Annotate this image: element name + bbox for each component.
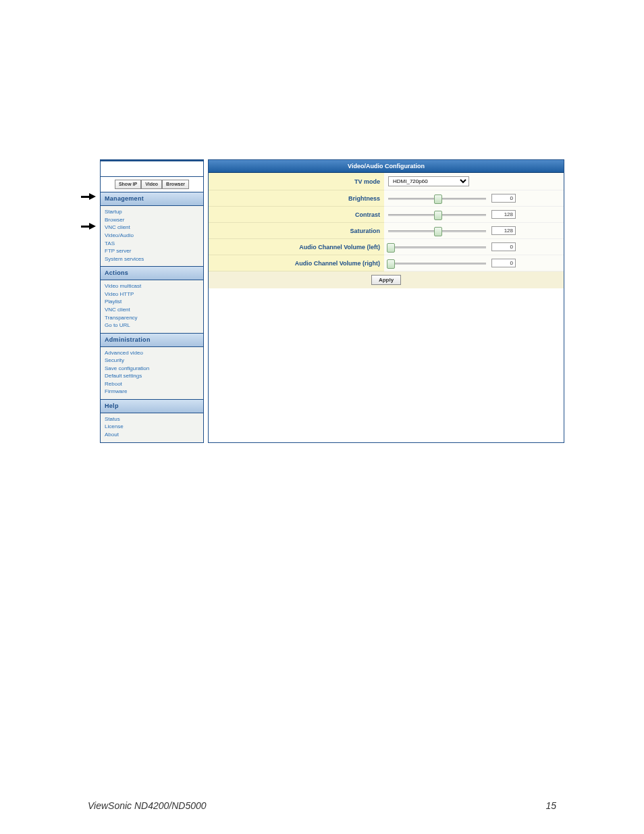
- nav-item-browser[interactable]: Browser: [105, 216, 199, 224]
- nav-item-vnc-client[interactable]: VNC client: [105, 224, 199, 232]
- nav-list-help: Status License About: [101, 413, 203, 442]
- slider-brightness[interactable]: [388, 194, 486, 203]
- nav-item-go-to-url[interactable]: Go to URL: [105, 321, 199, 330]
- config-table: TV mode HDMI_720p60 Brightness: [209, 173, 564, 288]
- section-header-management: Management: [101, 192, 203, 206]
- nav-item-firmware[interactable]: Firmware: [105, 388, 199, 396]
- nav-list-actions: Video multicast Video HTTP Playlist VNC …: [101, 280, 203, 333]
- document-page: Show IP Video Browser Management Startup…: [0, 0, 644, 834]
- nav-item-security[interactable]: Security: [105, 357, 199, 365]
- nav-item-system-services[interactable]: System services: [105, 255, 199, 263]
- nav-item-about[interactable]: About: [105, 431, 199, 439]
- value-audio-left[interactable]: 0: [491, 242, 516, 251]
- nav-item-status[interactable]: Status: [105, 415, 199, 423]
- config-panel: Video/Audio Configuration TV mode HDMI_7…: [208, 159, 564, 443]
- value-brightness[interactable]: 0: [491, 194, 516, 203]
- nav-item-license[interactable]: License: [105, 423, 199, 431]
- footer-product: ViewSonic ND4200/ND5000: [88, 800, 207, 811]
- page-footer: ViewSonic ND4200/ND5000 15: [88, 800, 556, 811]
- label-contrast: Contrast: [209, 207, 384, 223]
- value-contrast[interactable]: 128: [491, 210, 516, 219]
- label-saturation: Saturation: [209, 223, 384, 239]
- label-audio-left: Audio Channel Volume (left): [209, 239, 384, 255]
- sidebar: Show IP Video Browser Management Startup…: [100, 159, 204, 443]
- arrow-indicator-management: [89, 193, 96, 200]
- slider-contrast[interactable]: [388, 211, 486, 219]
- label-audio-right: Audio Channel Volume (right): [209, 255, 384, 271]
- nav-list-management: Startup Browser VNC client Video/Audio T…: [101, 206, 203, 266]
- value-audio-right[interactable]: 0: [491, 259, 516, 267]
- nav-item-advanced-video[interactable]: Advanced video: [105, 349, 199, 357]
- panel-title: Video/Audio Configuration: [209, 160, 564, 173]
- sidebar-spacer: [101, 161, 203, 177]
- nav-item-tas[interactable]: TAS: [105, 240, 199, 248]
- value-saturation[interactable]: 128: [491, 226, 516, 235]
- nav-item-video-multicast[interactable]: Video multicast: [105, 282, 199, 290]
- config-screenshot: Show IP Video Browser Management Startup…: [100, 159, 564, 443]
- slider-audio-right[interactable]: [388, 259, 486, 267]
- nav-item-video-http[interactable]: Video HTTP: [105, 290, 199, 298]
- nav-item-ftp-server[interactable]: FTP server: [105, 247, 199, 255]
- nav-item-startup[interactable]: Startup: [105, 208, 199, 216]
- nav-item-default-settings[interactable]: Default settings: [105, 372, 199, 380]
- arrow-indicator-video-audio: [89, 223, 96, 230]
- nav-item-video-audio[interactable]: Video/Audio: [105, 232, 199, 240]
- section-header-administration: Administration: [101, 333, 203, 347]
- nav-item-save-configuration[interactable]: Save configuration: [105, 365, 199, 373]
- tab-browser[interactable]: Browser: [162, 180, 189, 189]
- slider-saturation[interactable]: [388, 227, 486, 235]
- nav-list-administration: Advanced video Security Save configurati…: [101, 347, 203, 400]
- select-tv-mode[interactable]: HDMI_720p60: [388, 176, 469, 186]
- section-header-help: Help: [101, 399, 203, 413]
- nav-item-reboot[interactable]: Reboot: [105, 380, 199, 388]
- tab-row: Show IP Video Browser: [101, 177, 203, 192]
- label-brightness: Brightness: [209, 190, 384, 207]
- label-tv-mode: TV mode: [209, 173, 384, 190]
- tab-video[interactable]: Video: [141, 180, 162, 189]
- slider-audio-left[interactable]: [388, 243, 486, 251]
- nav-item-transparency[interactable]: Transparency: [105, 314, 199, 322]
- footer-page-number: 15: [545, 800, 556, 811]
- section-header-actions: Actions: [101, 266, 203, 280]
- nav-item-vnc-client-action[interactable]: VNC client: [105, 306, 199, 314]
- apply-button[interactable]: Apply: [371, 275, 401, 285]
- nav-item-playlist[interactable]: Playlist: [105, 298, 199, 306]
- tab-show-ip[interactable]: Show IP: [115, 180, 141, 189]
